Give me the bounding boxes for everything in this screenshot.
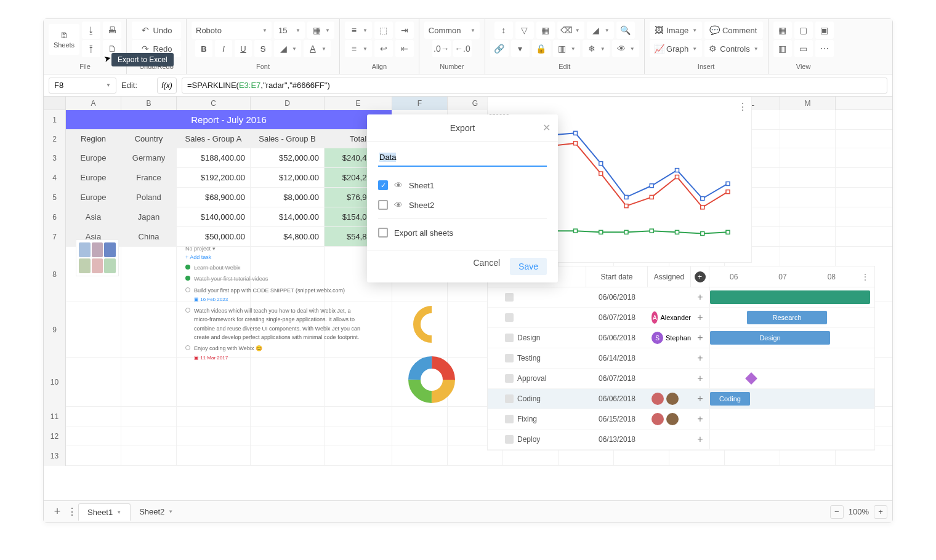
view6-button[interactable]: ⋯ xyxy=(815,40,834,57)
cell[interactable] xyxy=(780,130,836,148)
inc-decimal-button[interactable]: .0→ xyxy=(432,40,451,57)
gantt-bar[interactable]: Research xyxy=(747,311,827,324)
radio-icon[interactable] xyxy=(185,287,190,292)
row-header[interactable]: 11 xyxy=(44,407,66,426)
check-icon[interactable] xyxy=(185,265,190,270)
data-cell[interactable]: $52,000.00 xyxy=(251,148,325,167)
gantt-panel[interactable]: Start date Assigned + 06 07 08 ⋮ 06/06/2… xyxy=(487,266,875,450)
cell[interactable] xyxy=(780,168,836,187)
zoom-in-button[interactable]: + xyxy=(874,505,887,519)
gantt-bar[interactable]: Coding xyxy=(710,392,750,406)
data-cell[interactable]: $8,000.00 xyxy=(251,188,325,207)
strike-button[interactable]: S xyxy=(254,40,272,57)
data-cell[interactable]: $4,800.00 xyxy=(251,227,325,246)
gantt-row[interactable]: Deploy 06/13/2018 + xyxy=(488,430,874,450)
todo-item[interactable]: Watch videos which will teach you how to… xyxy=(185,305,364,343)
fx-button[interactable]: f(x) xyxy=(157,78,177,94)
zoom-out-button[interactable]: − xyxy=(830,505,844,519)
col-header[interactable]: C xyxy=(177,97,251,110)
add-sheet-button[interactable]: + xyxy=(49,505,66,518)
add-assignee-button[interactable]: + xyxy=(691,393,709,404)
cell[interactable] xyxy=(251,407,325,426)
todo-item[interactable]: Build your first app with CODE SNIPPET (… xyxy=(185,285,364,305)
number-format-dropdown[interactable]: Common▼ xyxy=(424,22,480,39)
gantt-menu-icon[interactable]: ⋮ xyxy=(856,273,874,281)
cell[interactable] xyxy=(177,407,251,426)
add-assignee-button[interactable]: + xyxy=(691,312,709,323)
sheet1-checkbox-row[interactable]: ✓ 👁 Sheet1 xyxy=(378,175,547,195)
cell[interactable] xyxy=(780,148,836,167)
cell-ref-input[interactable]: F8▼ xyxy=(49,78,116,94)
data-cell[interactable]: $140,000.00 xyxy=(177,207,251,226)
freeze-button[interactable]: ❄▼ xyxy=(583,40,610,57)
gantt-row[interactable]: Fixing 06/15/2018 + xyxy=(488,409,874,430)
cell[interactable] xyxy=(66,426,121,446)
checkbox-icon[interactable] xyxy=(378,200,388,210)
todo-item[interactable]: Enjoy coding with Webix 😊▣ 11 Mar 2017 xyxy=(185,343,364,363)
chevron-down-icon[interactable]: ▼ xyxy=(168,509,173,514)
borders-button[interactable]: ▦▼ xyxy=(307,22,334,39)
col-header[interactable]: A xyxy=(66,97,121,110)
data-cell[interactable]: Asia xyxy=(66,207,121,226)
checkbox-icon[interactable] xyxy=(378,228,388,238)
data-cell[interactable]: $14,000.00 xyxy=(251,207,325,226)
sort-button[interactable]: ↕ xyxy=(494,22,513,39)
cell[interactable] xyxy=(251,446,325,466)
cell[interactable] xyxy=(66,358,121,407)
header-cell[interactable]: Region xyxy=(66,130,121,148)
modal-close-button[interactable]: ✕ xyxy=(543,122,551,134)
data-cell[interactable]: China xyxy=(121,227,177,246)
cell[interactable] xyxy=(251,426,325,446)
header-cell[interactable]: Country xyxy=(121,130,177,148)
view2-button[interactable]: ▢ xyxy=(794,22,813,39)
eye-icon[interactable]: 👁 xyxy=(394,180,403,190)
gantt-row[interactable]: 06/07/2018 AAlexander + Research xyxy=(488,308,874,328)
row-header[interactable]: 1 xyxy=(44,110,66,130)
row-header[interactable]: 7 xyxy=(44,227,66,247)
cell[interactable] xyxy=(392,426,448,446)
dropdown-button[interactable]: ▾ xyxy=(511,40,530,57)
radio-icon[interactable] xyxy=(185,308,190,313)
col-header[interactable]: F xyxy=(392,97,448,110)
add-task-button[interactable]: + Add task xyxy=(185,253,364,262)
data-cell[interactable]: Europe xyxy=(66,148,121,167)
tab-sheet2[interactable]: Sheet2▼ xyxy=(131,503,182,520)
sheet2-checkbox-row[interactable]: 👁 Sheet2 xyxy=(378,195,547,215)
cell[interactable] xyxy=(325,407,392,426)
col-header[interactable]: D xyxy=(251,97,325,110)
row-header[interactable]: 6 xyxy=(44,207,66,227)
gantt-row[interactable]: Design 06/06/2018 SStephan + Design xyxy=(488,328,874,348)
clear-button[interactable]: ⌫▼ xyxy=(557,22,584,39)
fill-color-button[interactable]: ◢▼ xyxy=(274,40,301,57)
cell[interactable] xyxy=(177,426,251,446)
checkbox-icon[interactable]: ✓ xyxy=(378,180,388,190)
cell[interactable] xyxy=(121,247,177,302)
valign-button[interactable]: ≡▼ xyxy=(345,40,372,57)
view3-button[interactable]: ▣ xyxy=(815,22,834,39)
data-cell[interactable]: $68,900.00 xyxy=(177,188,251,207)
data-cell[interactable]: $12,000.00 xyxy=(251,168,325,187)
todo-item[interactable]: Watch your first tutorial videos xyxy=(185,273,364,284)
comment-button[interactable]: 💬Comment xyxy=(704,22,763,39)
row-header[interactable]: 3 xyxy=(44,148,66,168)
cond-format-button[interactable]: ▦ xyxy=(536,22,555,39)
title-cell[interactable]: Report - July 2016 xyxy=(66,110,392,129)
wrap-button[interactable]: ↩ xyxy=(374,40,393,57)
graph-button[interactable]: 📈Graph▼ xyxy=(650,40,702,57)
align-left-button[interactable]: ≡▼ xyxy=(345,22,372,39)
cell[interactable] xyxy=(325,358,392,407)
data-cell[interactable]: $50,000.00 xyxy=(177,227,251,246)
lock-button[interactable]: 🔒 xyxy=(532,40,551,57)
row-header[interactable]: 10 xyxy=(44,358,66,407)
insert-col-button[interactable]: ▥▼ xyxy=(553,40,580,57)
save-button[interactable]: Save xyxy=(510,258,547,275)
controls-button[interactable]: ⚙Controls▼ xyxy=(704,40,763,57)
find-button[interactable]: 🔍 xyxy=(616,22,635,39)
data-cell[interactable]: France xyxy=(121,168,177,187)
view4-button[interactable]: ▥ xyxy=(773,40,792,57)
row-header[interactable]: 5 xyxy=(44,188,66,207)
cell[interactable] xyxy=(780,207,836,226)
link-button[interactable]: 🔗 xyxy=(490,40,509,57)
cell[interactable] xyxy=(121,358,177,407)
col-header[interactable]: M xyxy=(780,97,836,110)
